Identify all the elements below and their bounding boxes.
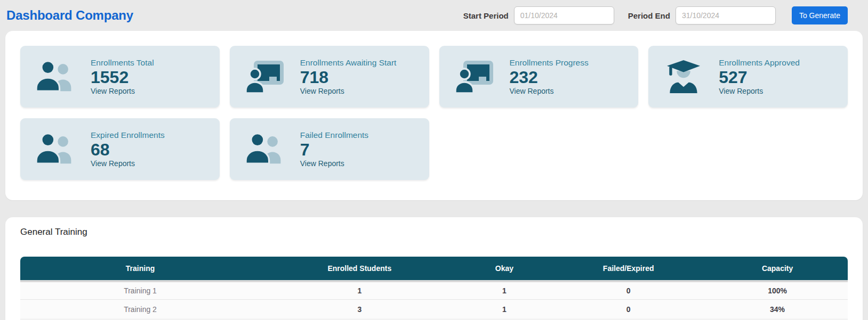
page-title: Dashboard Company	[6, 8, 133, 23]
generate-button[interactable]: To Generate	[792, 6, 848, 24]
stat-card: Failed Enrollments 7 View Reports	[230, 118, 429, 180]
users-icon	[245, 133, 285, 166]
card-value: 232	[510, 68, 589, 87]
view-reports-link[interactable]: View Reports	[719, 87, 800, 95]
graduate-icon	[664, 60, 703, 93]
users-icon	[36, 133, 75, 166]
stat-card: Enrollments Approved 527 View Reports	[648, 46, 848, 108]
value-cell: 1	[459, 280, 550, 300]
stat-card: Enrollments Progress 232 View Reports	[439, 46, 639, 108]
card-title: Enrollments Approved	[719, 58, 800, 68]
stat-cards-grid: Enrollments Total 1552 View Reports Enro…	[20, 46, 848, 180]
value-cell: 1	[260, 280, 459, 300]
column-header: Failed/Expired	[550, 257, 707, 280]
table-header-row: TrainingEnrolled StudentsOkayFailed/Expi…	[20, 257, 848, 280]
users-icon	[36, 60, 75, 93]
view-reports-link[interactable]: View Reports	[300, 159, 368, 168]
period-controls: Start Period Period End To Generate	[463, 6, 848, 24]
training-name-cell: Training 2	[20, 300, 260, 319]
general-training-panel: General Training TrainingEnrolled Studen…	[5, 217, 863, 320]
column-header: Training	[20, 257, 260, 280]
column-header: Enrolled Students	[260, 257, 459, 280]
stats-panel: Enrollments Total 1552 View Reports Enro…	[5, 31, 863, 200]
stat-card: Enrollments Total 1552 View Reports	[20, 46, 220, 108]
value-cell: 1	[459, 300, 550, 319]
header-bar: Dashboard Company Start Period Period En…	[0, 0, 868, 31]
card-value: 7	[300, 141, 368, 160]
view-reports-link[interactable]: View Reports	[510, 87, 589, 95]
card-value: 527	[719, 68, 800, 87]
section-title: General Training	[20, 227, 848, 237]
value-cell: 0	[550, 280, 707, 300]
stat-card: Expired Enrollments 68 View Reports	[20, 118, 220, 180]
card-value: 1552	[91, 68, 154, 87]
period-end-input[interactable]	[676, 6, 776, 24]
table-row: Training 1110100%	[20, 280, 848, 300]
card-title: Failed Enrollments	[300, 130, 368, 140]
presentation-icon	[245, 60, 285, 93]
card-value: 68	[91, 141, 165, 160]
stat-card: Enrollments Awaiting Start 718 View Repo…	[230, 46, 429, 108]
card-title: Enrollments Progress	[510, 58, 589, 68]
value-cell: 100%	[707, 280, 848, 300]
view-reports-link[interactable]: View Reports	[91, 159, 165, 168]
view-reports-link[interactable]: View Reports	[91, 87, 154, 95]
column-header: Capacity	[707, 257, 848, 280]
start-period-input[interactable]	[514, 6, 614, 24]
training-name-cell: Training 1	[20, 280, 260, 300]
card-title: Enrollments Awaiting Start	[300, 58, 397, 68]
table-row: Training 231034%	[20, 300, 848, 319]
start-period-label: Start Period	[463, 11, 509, 20]
card-value: 718	[300, 68, 397, 87]
period-end-label: Period End	[628, 11, 670, 20]
card-title: Enrollments Total	[91, 58, 154, 68]
presentation-icon	[455, 60, 494, 93]
value-cell: 0	[550, 300, 707, 319]
training-table: TrainingEnrolled StudentsOkayFailed/Expi…	[20, 257, 848, 319]
value-cell: 34%	[707, 300, 848, 319]
card-title: Expired Enrollments	[91, 130, 165, 140]
view-reports-link[interactable]: View Reports	[300, 87, 397, 95]
value-cell: 3	[260, 300, 459, 319]
column-header: Okay	[459, 257, 550, 280]
